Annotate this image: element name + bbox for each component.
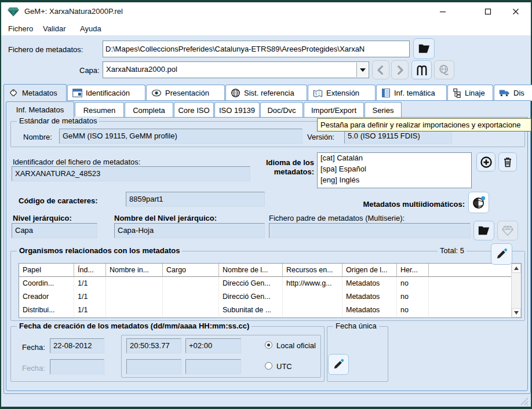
column-header[interactable]: Índ... [74, 264, 106, 277]
table-cell: Direcció Gen... [219, 277, 283, 290]
column-header[interactable]: Her... [397, 264, 429, 277]
trash-icon [502, 156, 513, 168]
column-header[interactable]: Nombre in... [106, 264, 163, 277]
menu-validar[interactable]: Validar [39, 23, 70, 34]
column-header[interactable]: Cargo [163, 264, 219, 277]
scroll-up-button[interactable] [512, 264, 521, 273]
subtab-doc-dvc[interactable]: Doc/Dvc [260, 102, 303, 118]
edit-pencil-icon [332, 358, 345, 371]
subtab-resumen[interactable]: Resumen [75, 102, 124, 118]
hierarchy-level-field[interactable]: Capa [12, 223, 97, 238]
language-item[interactable]: [cat] Catalán [318, 153, 471, 164]
tab-label: Dis [513, 89, 524, 97]
window-title: GeM+: XarxaNatura2000P.rel [24, 7, 123, 16]
tab-sist-referencia[interactable]: Sist. referencia [225, 85, 307, 101]
table-cell [106, 290, 163, 304]
time2-field[interactable] [126, 359, 181, 374]
timezone2-field[interactable] [185, 359, 241, 374]
time-field[interactable]: 20:50:53.77 [126, 338, 181, 353]
column-header[interactable]: Origen de l... [342, 264, 397, 277]
date2-field[interactable] [50, 359, 104, 374]
app-logo-gem-icon [7, 5, 20, 18]
date-field[interactable]: 22-08-2012 [50, 338, 104, 353]
table-cell [163, 277, 219, 290]
open-file-button[interactable] [413, 38, 435, 59]
identifier-field[interactable]: XARXANATURA2_48523 [12, 166, 250, 181]
column-header[interactable]: Nombre de l... [219, 264, 283, 277]
table-cell [429, 290, 511, 304]
delete-language-button[interactable] [498, 152, 517, 171]
table-row[interactable]: Distribui... 1/1 Subunitat de ... Metada… [19, 304, 511, 317]
subtab-label: Resumen [83, 106, 116, 115]
parent-file-field[interactable] [269, 223, 471, 238]
add-language-button[interactable] [476, 152, 495, 171]
subtab-import-export[interactable]: Import/Export [304, 102, 364, 118]
minimize-button[interactable] [430, 2, 456, 20]
chevron-down-icon [360, 68, 366, 72]
subtab-inf-metadatos[interactable]: Inf. Metadatos [6, 101, 74, 118]
metadata-editor-button[interactable] [411, 60, 432, 79]
add-plus-icon [480, 156, 493, 169]
subtab-completa[interactable]: Completa [125, 102, 173, 118]
maximize-button[interactable] [475, 2, 501, 20]
charset-field[interactable]: 8859part1 [126, 192, 265, 207]
radio-local-oficial[interactable] [265, 341, 272, 349]
table-cell: 1/1 [74, 304, 106, 317]
column-header[interactable] [429, 264, 511, 277]
subtab-series[interactable]: Series [365, 102, 402, 118]
edit-organizations-button[interactable] [491, 243, 512, 265]
layer-combobox[interactable]: XarxaNatura2000.pol [103, 61, 369, 78]
table-scrollbar[interactable] [511, 264, 521, 317]
menu-ayuda[interactable]: Ayuda [76, 23, 105, 34]
language-item[interactable]: [spa] Español [318, 164, 471, 175]
organizations-table[interactable]: Papel Índ... Nombre in... Cargo Nombre d… [19, 263, 522, 318]
subtab-label: ISO 19139 [219, 106, 255, 115]
menu-fichero[interactable]: Fichero [5, 23, 37, 34]
table-header-row: Papel Índ... Nombre in... Cargo Nombre d… [19, 264, 511, 277]
tab-identificacion[interactable]: Identificación [67, 85, 145, 101]
table-row[interactable]: Coordin... 1/1 Direcció Gen... http://ww… [19, 277, 511, 290]
tab-presentacion[interactable]: Presentación [146, 85, 225, 101]
column-header[interactable]: Papel [19, 264, 74, 277]
identifier-label: Identificador del fichero de metadatos: [13, 158, 140, 166]
globe-link-icon [438, 64, 450, 76]
metadata-file-input[interactable] [103, 41, 410, 57]
resize-grip[interactable] [519, 396, 529, 406]
tab-distribucion[interactable]: Dis [494, 85, 532, 101]
tab-linaje[interactable]: Linaje [447, 85, 493, 101]
multilingual-button[interactable] [468, 192, 489, 213]
standard-group-title: Estándar de metadatos [17, 116, 99, 125]
table-cell: Creador [19, 290, 74, 304]
tab-metadatos[interactable]: Metadatos [3, 84, 67, 101]
maximize-icon [484, 8, 491, 15]
table-cell: 1/1 [74, 290, 106, 304]
title-bar[interactable]: GeM+: XarxaNatura2000P.rel [1, 2, 531, 21]
parent-file-metadata-button[interactable] [497, 221, 518, 240]
tab-inf-tematica[interactable]: Inf. temática [376, 85, 447, 101]
web-metadata-button[interactable] [434, 60, 454, 79]
timezone-field[interactable]: +02:00 [185, 338, 241, 353]
parent-file-open-button[interactable] [473, 221, 494, 240]
hierarchy-name-field[interactable]: Capa-Hoja [114, 223, 265, 238]
subtab-iso-19139[interactable]: ISO 19139 [214, 102, 260, 118]
radio-utc[interactable] [265, 362, 272, 370]
table-row[interactable]: Creador 1/1 Direcció Gen... Metadatos no [19, 290, 511, 304]
truck-icon [499, 89, 510, 97]
organizations-total: Total: 5 [438, 246, 467, 255]
prev-layer-button[interactable] [372, 60, 389, 79]
next-layer-button[interactable] [391, 60, 409, 79]
table-cell: Subunitat de ... [219, 304, 283, 317]
subtab-core-iso[interactable]: Core ISO [174, 102, 214, 118]
layer-combobox-dropdown[interactable] [356, 63, 368, 77]
table-cell: Metadatos [342, 304, 397, 317]
edit-date-button[interactable] [328, 354, 349, 375]
open-folder-icon [418, 43, 431, 54]
close-button[interactable] [503, 2, 529, 20]
language-item[interactable]: [eng] Inglés [318, 175, 471, 186]
table-cell: 1/1 [74, 277, 106, 290]
standard-name-field[interactable]: GeMM (ISO 19115, GeMM profile) [59, 129, 303, 144]
tab-extension[interactable]: Extensión [308, 85, 376, 101]
scroll-down-button[interactable] [512, 308, 521, 317]
column-header[interactable]: Recursos en... [283, 264, 342, 277]
language-listbox[interactable]: [cat] Catalán [spa] Español [eng] Inglés [317, 152, 472, 188]
